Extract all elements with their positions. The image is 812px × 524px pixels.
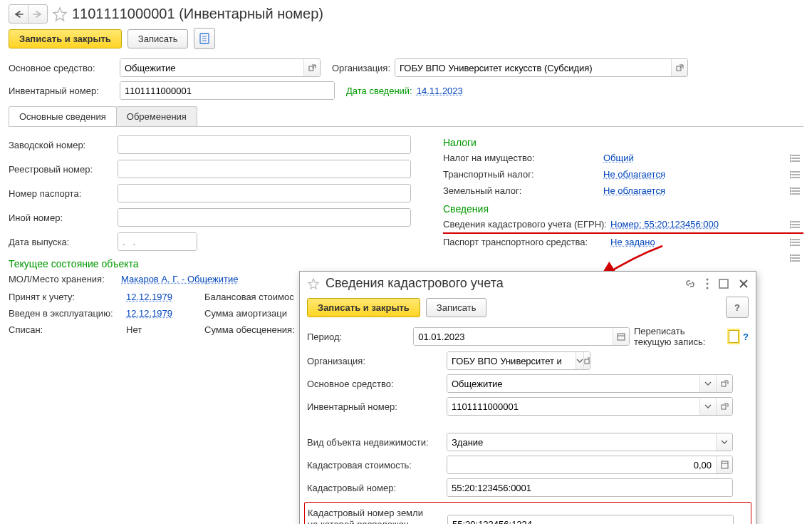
close-icon <box>739 279 749 289</box>
accepted-link[interactable]: 12.12.1979 <box>126 292 204 302</box>
issue-date-label: Дата выпуска: <box>9 237 112 247</box>
registry-num-input[interactable] <box>118 160 411 178</box>
org-field[interactable] <box>395 59 671 76</box>
maximize-button[interactable] <box>719 279 729 289</box>
modal-title: Сведения кадастрового учета <box>326 276 679 291</box>
more-button[interactable] <box>706 278 709 289</box>
land-tax-link[interactable]: Не облагается <box>603 185 665 196</box>
svg-point-21 <box>790 171 791 173</box>
svg-point-34 <box>790 224 791 225</box>
inv-num-input[interactable] <box>120 81 335 100</box>
inv-num-field[interactable] <box>120 82 334 99</box>
document-icon <box>199 33 209 44</box>
period-input[interactable] <box>413 327 630 341</box>
history-button[interactable] <box>788 253 803 263</box>
modal-save-close-button[interactable]: Записать и закрыть <box>307 298 420 317</box>
save-and-close-button[interactable]: Записать и закрыть <box>9 29 122 48</box>
other-num-label: Иной номер: <box>9 212 112 223</box>
favorite-star-icon[interactable] <box>307 277 320 290</box>
main-asset-input[interactable] <box>120 58 321 77</box>
svg-point-41 <box>790 245 791 246</box>
list-icon <box>790 170 801 180</box>
passport-num-input[interactable] <box>118 184 411 202</box>
save-button[interactable]: Записать <box>127 29 189 48</box>
arrow-right-icon <box>33 10 43 19</box>
main-toolbar: Записать и закрыть Записать <box>0 25 812 56</box>
cadastre-label: Сведения кадастрового учета (ЕГРН): <box>443 219 610 230</box>
open-ref-button[interactable] <box>303 59 320 76</box>
list-icon <box>790 220 801 230</box>
svg-point-47 <box>790 260 791 262</box>
arrow-left-icon <box>14 10 24 19</box>
calendar-button[interactable] <box>613 328 629 341</box>
svg-point-45 <box>790 255 791 256</box>
mol-label: МОЛ/Место хранения: <box>9 274 115 284</box>
info-date-link[interactable]: 14.11.2023 <box>417 86 463 96</box>
cadastre-modal: Сведения кадастрового учета Записать и з… <box>299 271 756 341</box>
tab-encumbrances[interactable]: Обременения <box>116 106 197 126</box>
nav-forward-button[interactable] <box>28 5 47 23</box>
svg-point-27 <box>790 187 791 189</box>
svg-point-22 <box>790 174 791 175</box>
overwrite-label: Переписать текущую запись: <box>634 326 724 341</box>
transport-tax-link[interactable]: Не облагается <box>603 169 665 180</box>
external-icon <box>676 64 684 72</box>
property-tax-label: Налог на имущество: <box>443 153 603 163</box>
main-asset-field[interactable] <box>120 59 303 76</box>
svg-point-17 <box>790 160 791 162</box>
window-nav: 1101111000001 (Инвентарный номер) <box>0 0 812 25</box>
tab-bar: Основные сведения Обременения <box>9 106 803 126</box>
svg-point-15 <box>790 155 791 156</box>
taxes-head: Налоги <box>443 133 803 150</box>
calendar-icon <box>617 332 625 341</box>
mol-link[interactable]: Макаров А. Г. - Общежитие <box>121 274 239 284</box>
land-tax-label: Земельный налог: <box>443 185 603 196</box>
svg-point-33 <box>790 221 791 222</box>
svg-point-16 <box>790 158 791 159</box>
close-button[interactable] <box>739 279 749 289</box>
vehicle-passport-link[interactable]: Не задано <box>610 237 655 247</box>
favorite-star-icon[interactable] <box>52 6 68 22</box>
list-icon <box>790 237 801 247</box>
history-button[interactable] <box>788 153 803 163</box>
overwrite-checkbox[interactable] <box>729 330 739 341</box>
registry-num-label: Реестровый номер: <box>9 164 112 175</box>
svg-point-35 <box>790 227 791 228</box>
accepted-label: Принят к учету: <box>9 292 126 302</box>
svg-point-28 <box>790 190 791 192</box>
svg-point-23 <box>790 177 791 178</box>
factory-num-input[interactable] <box>118 135 411 154</box>
svg-point-40 <box>790 242 791 243</box>
list-icon <box>790 253 801 263</box>
list-icon <box>790 153 801 163</box>
cadastre-link[interactable]: Номер: 55:20:123456:000 <box>610 219 719 230</box>
svg-point-39 <box>790 239 791 240</box>
open-ref-button[interactable] <box>671 59 687 76</box>
link-button[interactable] <box>685 278 696 289</box>
external-icon <box>308 64 316 72</box>
writtenoff-label: Списан: <box>9 324 126 335</box>
issue-date-input[interactable] <box>118 232 197 251</box>
inuse-link[interactable]: 12.12.1979 <box>126 308 204 319</box>
info-head: Сведения <box>443 199 803 216</box>
modal-save-button[interactable]: Записать <box>426 298 487 317</box>
kebab-icon <box>706 278 709 289</box>
tab-main-info[interactable]: Основные сведения <box>9 106 117 126</box>
info-date-label: Дата сведений: <box>346 86 412 96</box>
nav-buttons <box>9 4 48 24</box>
overwrite-help-icon[interactable]: ? <box>743 332 749 341</box>
history-button[interactable] <box>788 170 803 180</box>
history-button[interactable] <box>788 186 803 196</box>
property-tax-link[interactable]: Общий <box>603 153 634 163</box>
report-button[interactable] <box>194 28 215 49</box>
page-title: 1101111000001 (Инвентарный номер) <box>72 6 323 22</box>
issue-date-field[interactable] <box>118 233 197 250</box>
other-num-input[interactable] <box>118 208 411 227</box>
history-button[interactable] <box>788 220 803 230</box>
org-input[interactable] <box>395 58 688 77</box>
history-button[interactable] <box>788 237 803 247</box>
help-button[interactable]: ? <box>726 297 749 318</box>
nav-back-button[interactable] <box>9 5 28 23</box>
svg-rect-54 <box>618 334 625 340</box>
transport-tax-label: Транспортный налог: <box>443 169 603 180</box>
